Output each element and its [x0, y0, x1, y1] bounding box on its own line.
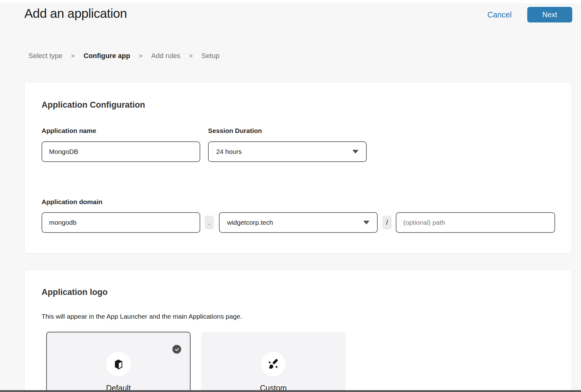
- cube-icon: [112, 358, 124, 370]
- application-name-input[interactable]: [42, 141, 200, 162]
- breadcrumb-step-add-rules[interactable]: Add rules: [151, 52, 180, 60]
- slash-separator: /: [382, 216, 392, 229]
- logo-description: This will appear in the App Launcher and…: [42, 313, 242, 320]
- configuration-heading: Application Configuration: [42, 100, 145, 110]
- application-name-label: Application name: [42, 127, 96, 135]
- logo-options: Default Custom: [46, 332, 345, 392]
- next-button[interactable]: Next: [527, 7, 572, 22]
- session-duration-select[interactable]: 24 hours: [208, 141, 367, 162]
- logo-option-custom[interactable]: Custom: [201, 332, 345, 392]
- breadcrumb-separator: >: [71, 52, 75, 60]
- default-logo-circle: [106, 352, 131, 377]
- page-title: Add an application: [24, 6, 127, 21]
- path-input[interactable]: [396, 212, 555, 233]
- application-configuration-card: Application Configuration Application na…: [24, 82, 572, 253]
- logo-heading: Application logo: [42, 287, 107, 297]
- domain-select[interactable]: widgetcorp.tech: [219, 212, 378, 233]
- logo-option-default[interactable]: Default: [46, 332, 191, 392]
- chevron-down-icon: [352, 150, 359, 154]
- paintbrush-icon: [267, 358, 280, 370]
- breadcrumb-step-configure-app[interactable]: Configure app: [84, 52, 130, 60]
- breadcrumb-separator: >: [139, 52, 143, 60]
- window-top-edge: [0, 0, 581, 3]
- breadcrumb-step-select-type[interactable]: Select type: [28, 52, 62, 60]
- page: Add an application Cancel Next Select ty…: [0, 0, 581, 392]
- window-bottom-edge: [0, 390, 581, 392]
- breadcrumb: Select type > Configure app > Add rules …: [28, 52, 219, 60]
- breadcrumb-separator: >: [189, 52, 193, 60]
- application-logo-card: Application logo This will appear in the…: [24, 270, 572, 392]
- check-icon: [172, 345, 181, 354]
- cancel-button[interactable]: Cancel: [487, 10, 512, 19]
- custom-logo-circle: [261, 352, 286, 377]
- application-domain-label: Application domain: [42, 198, 102, 206]
- dot-separator: .: [205, 216, 214, 229]
- subdomain-input[interactable]: [42, 212, 200, 233]
- breadcrumb-step-setup[interactable]: Setup: [201, 52, 220, 60]
- session-duration-value: 24 hours: [216, 148, 242, 155]
- session-duration-label: Session Duration: [208, 127, 262, 135]
- domain-select-value: widgetcorp.tech: [227, 219, 273, 226]
- chevron-down-icon: [363, 221, 370, 224]
